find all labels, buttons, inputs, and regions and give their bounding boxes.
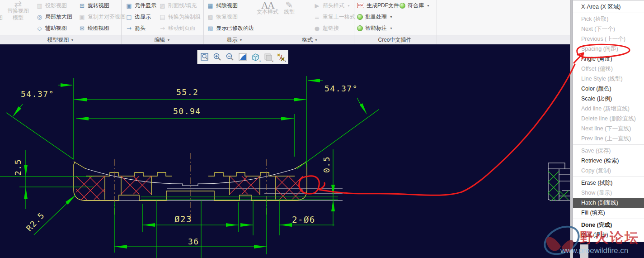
group-label-creo-plugin[interactable]: Creo中文插件 [354,36,437,44]
hyperlink-icon: ● [314,25,320,32]
menu-item-spacing[interactable]: Spacing (间距) [573,44,644,54]
menu-item-hatch[interactable]: Hatch (剖面线) [573,198,644,208]
projection-view-icon: ▥ [36,2,43,9]
dropdown-arrow-icon: ▼ [427,4,430,7]
menu-item-scale[interactable]: Scale (比例) [573,94,644,104]
menu-item-line-style[interactable]: Line Style (线型) [573,74,644,84]
arrow-style-icon: ▶ [314,2,320,9]
rotate-view-icon: ⊞ [79,2,85,9]
dropdown-arrow-icon: ▼ [347,4,350,7]
menu-item-add-line[interactable]: Add line (新增直线) [573,104,644,114]
copy-align-view-icon: ▣ [79,14,85,20]
smart-annotation-button[interactable]: 智能标注 ▼ [357,24,393,32]
clipped-ribbon-button[interactable]: 图 [0,14,3,22]
menu-separator [573,219,644,219]
ribbon: 图 ⇄ 替换视图 模型 ▥ 投影视图 ◎ 局部放大图 ◇ 辅助视图 ⊞ 旋转视图… [0,0,644,44]
move-to-page-button[interactable]: → 移动到页面 [159,24,195,32]
scrollbar-thumb[interactable] [580,244,588,258]
menu-item-pick[interactable]: Pick (拾取) [573,14,644,24]
menu-item-copy[interactable]: Copy (复制) [573,166,644,176]
symbol-library-button[interactable]: 符合库 ▼ [400,1,430,10]
menu-item-angle[interactable]: Angle (角度) [573,54,644,64]
auxiliary-view-button[interactable]: ◇ 辅助视图 [36,24,67,32]
text-style-button[interactable]: AA 文本样式 [255,2,280,15]
menu-item-prev-line[interactable]: Prev line (上一直线) [573,134,644,143]
replace-view-model-button[interactable]: ⇄ 替换视图 模型 [4,1,33,21]
repaint-icon[interactable] [237,51,249,63]
generate-pdf-button[interactable]: PDF 生成PDF文件 [357,1,399,10]
drawing-view-icon: ⊠ [79,25,85,32]
menu-item-delete-line[interactable]: Delete line (删除直线) [573,114,644,124]
menu-item-done[interactable]: Done (完成) [573,220,644,230]
group-label-model-views[interactable]: 模型视图▼ [0,36,121,44]
batch-process-button[interactable]: 批量处理 ▼ [357,13,393,21]
arrow-style-button[interactable]: ▶ 箭头样式 ▼ [314,1,350,10]
drawing-canvas[interactable] [0,44,644,258]
auxiliary-view-icon: ◇ [36,25,43,32]
zoom-window-icon[interactable] [199,51,211,63]
repeat-last-format-icon: ≡ [314,14,320,20]
arrows-button[interactable]: → 箭头 [126,24,146,32]
move-to-page-icon: → [159,25,166,32]
arrows-icon: → [126,25,132,32]
line-style-icon: ✎ [286,2,293,9]
hatch-fill-button[interactable]: ▨ 剖面线/填充 [159,1,197,10]
text-style-icon: AA [261,2,274,9]
menu-item-retrieve[interactable]: Retrieve (检索) [573,156,644,166]
menu-item-next-line[interactable]: Next line (下一直线) [573,124,644,134]
drawing-view-button[interactable]: ⊠ 绘图视图 [79,24,109,32]
detail-view-button[interactable]: ◎ 局部放大图 [36,13,72,21]
hyperlink-button[interactable]: ● 超链接 [314,24,339,32]
application-window: 54.37° 54.37° 55.2 50.94 Ø23 2-Ø6 36 2.5… [0,0,644,258]
copy-align-view-button[interactable]: ▣ 复制并对齐视图 [79,13,126,21]
resume-view-icon: ▩ [207,14,214,20]
dropdown-arrow-icon: ▾ [272,59,273,62]
saved-orientations-icon[interactable]: ▾ [249,51,261,63]
dropdown-arrow-icon: ▾ [259,59,261,62]
menu-item-next[interactable]: Next (下一个) [573,24,644,34]
menu-item-color[interactable]: Color (颜色) [573,84,644,94]
menu-item-show[interactable]: Show (显示) [573,188,644,198]
repeat-last-format-button[interactable]: ≡ 重复上一格式 [314,13,355,21]
convert-to-draft-group-icon: ▤ [159,14,166,20]
green-sphere-icon [400,3,405,9]
green-sphere-icon [357,25,363,31]
projection-view-button[interactable]: ▥ 投影视图 [36,1,67,10]
group-label-edit[interactable]: 编辑▼ [121,36,203,44]
group-label-display[interactable]: 显示▼ [203,36,266,44]
menu-manager-panel: X-Area (X 区域) Pick (拾取) Next (下一个) Previ… [573,0,644,242]
component-display-icon: ▣ [126,2,132,9]
edge-display-button[interactable]: □ 边显示 [126,13,151,21]
zoom-out-icon[interactable] [224,51,236,63]
detail-view-icon: ◎ [36,14,43,20]
erase-view-icon: ▦ [207,2,214,9]
layer-display-icon[interactable]: ▾ [262,51,274,63]
pdf-icon: PDF [357,3,364,8]
menu-separator [573,177,644,177]
menu-item-erase[interactable]: Erase (拭除) [573,178,644,188]
resume-view-button[interactable]: ▩ 恢复视图 [207,13,238,21]
view-toolbar: ▾ ▾ ▾ [197,50,288,64]
datum-display-icon[interactable]: ▾ [275,51,287,63]
erase-view-button[interactable]: ▦ 拭除视图 [207,1,238,10]
show-modified-edges-icon: ▧ [207,25,214,32]
convert-to-draft-group-button[interactable]: ▤ 转换为绘制组 [159,13,201,21]
dropdown-arrow-icon: ▼ [390,27,393,30]
menu-separator [573,13,644,13]
green-sphere-icon [357,14,363,20]
dropdown-arrow-icon: ▾ [285,59,286,62]
rotate-view-button[interactable]: ⊞ 旋转视图 [79,1,109,10]
menu-separator [573,144,644,145]
menu-item-previous[interactable]: Previous (上一个) [573,34,644,44]
hatch-fill-icon: ▨ [159,2,166,9]
zoom-in-icon[interactable] [212,51,223,63]
component-display-button[interactable]: ▣ 元件显示 [126,1,156,10]
group-label-format[interactable]: 格式▼ [266,36,354,44]
menu-item-save[interactable]: Save (保存) [573,146,644,156]
menu-item-offset[interactable]: Offset (偏移) [573,64,644,74]
line-style-button[interactable]: ✎ 线型 [281,2,297,15]
menu-item-fill[interactable]: Fill (填充) [573,208,644,218]
menu-item-quit[interactable]: Quit (退出) [573,230,644,240]
show-modified-edges-button[interactable]: ▧ 显示已修改的边 [207,24,254,32]
menu-item-x-area[interactable]: X-Area (X 区域) [573,2,644,12]
